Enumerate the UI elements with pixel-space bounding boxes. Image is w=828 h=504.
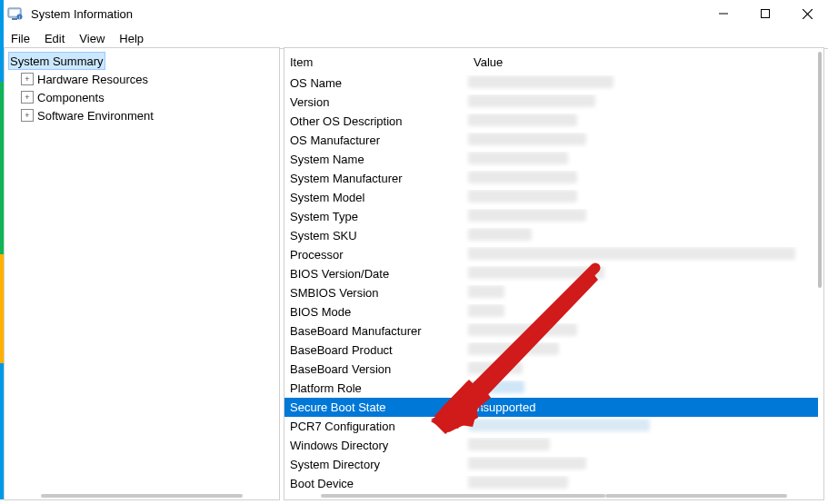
expand-icon[interactable]: +	[21, 73, 34, 85]
tree-node-software-environment[interactable]: +Software Environment	[8, 106, 275, 124]
list-row[interactable]: PCR7 Configuration	[284, 417, 818, 436]
redacted-value	[468, 152, 568, 164]
close-button[interactable]	[786, 0, 828, 27]
window-title: System Information	[31, 7, 133, 21]
list-row[interactable]: OS Manufacturer	[284, 131, 818, 150]
list-row[interactable]: System Type	[284, 207, 818, 226]
redacted-value	[468, 380, 524, 393]
list-row[interactable]: System Name	[284, 150, 818, 169]
app-icon: i	[7, 5, 24, 22]
redacted-value	[468, 419, 650, 431]
list-cell-item: System Type	[290, 210, 463, 223]
list-cell-value	[463, 476, 818, 491]
tree-node-label: Software Environment	[37, 109, 154, 123]
list-cell-value	[463, 457, 818, 472]
list-row[interactable]: BaseBoard Manufacturer	[284, 321, 818, 341]
tree-node-system-summary[interactable]: System Summary	[8, 52, 105, 70]
list-cell-item: BaseBoard Manufacturer	[290, 324, 463, 338]
list-row[interactable]: Processor	[284, 245, 818, 264]
list-cell-value	[463, 380, 818, 396]
redacted-value	[468, 228, 532, 241]
horizontal-scrollbar[interactable]	[321, 494, 605, 498]
expand-icon[interactable]: +	[21, 109, 34, 122]
column-header-item[interactable]: Item	[284, 55, 468, 69]
menu-item-edit[interactable]: Edit	[37, 30, 72, 47]
tree-node-label: System Summary	[10, 54, 104, 68]
list-cell-item: Version	[290, 95, 463, 109]
horizontal-scrollbar[interactable]	[41, 494, 243, 498]
list-cell-value	[463, 133, 818, 148]
menu-item-file[interactable]: File	[4, 30, 37, 47]
list-cell-item: Other OS Description	[290, 114, 463, 128]
navigation-tree-pane: System Summary+Hardware Resources+Compon…	[4, 47, 280, 500]
window-controls	[703, 0, 828, 27]
list-cell-item: BaseBoard Version	[290, 362, 463, 376]
list-cell-value	[463, 152, 818, 167]
list-body[interactable]: OS NameVersionOther OS DescriptionOS Man…	[284, 74, 818, 487]
list-cell-item: OS Manufacturer	[290, 133, 463, 147]
list-row[interactable]: BIOS Version/Date	[284, 264, 818, 283]
list-cell-item: PCR7 Configuration	[290, 420, 463, 433]
list-row[interactable]: System Model	[284, 188, 818, 207]
redacted-value	[468, 114, 577, 126]
list-cell-item: System Name	[290, 153, 463, 166]
redacted-value	[468, 438, 550, 450]
list-cell-value	[463, 285, 818, 301]
list-cell-value	[463, 419, 818, 434]
list-cell-value	[463, 361, 818, 377]
list-header[interactable]: Item Value	[284, 48, 818, 72]
redacted-value	[468, 285, 504, 298]
list-cell-value	[463, 266, 818, 282]
svg-text:i: i	[19, 15, 20, 20]
list-cell-item: BIOS Version/Date	[290, 267, 463, 281]
tree-node-hardware-resources[interactable]: +Hardware Resources	[8, 70, 275, 88]
column-header-value[interactable]: Value	[468, 55, 818, 69]
horizontal-scrollbar[interactable]	[605, 494, 787, 498]
menu-bar: FileEditViewHelp	[0, 28, 828, 49]
list-cell-item: OS Name	[290, 76, 463, 90]
list-cell-item: Processor	[290, 248, 463, 262]
list-row[interactable]: BaseBoard Product	[284, 341, 818, 360]
list-row[interactable]: Secure Boot StateUnsupported	[284, 398, 818, 417]
list-row[interactable]: OS Name	[284, 74, 818, 93]
redacted-value	[468, 342, 559, 355]
tree-node-components[interactable]: +Components	[8, 88, 275, 106]
list-cell-value	[463, 171, 818, 186]
list-row[interactable]: Boot Device	[284, 474, 818, 493]
list-row[interactable]: Windows Directory	[284, 436, 818, 455]
list-cell-item: Platform Role	[290, 381, 463, 395]
vertical-scrollbar[interactable]	[818, 52, 822, 288]
menu-item-view[interactable]: View	[72, 30, 112, 47]
menu-item-help[interactable]: Help	[112, 30, 151, 47]
maximize-button[interactable]	[744, 0, 786, 27]
svg-rect-6	[762, 10, 770, 18]
list-cell-value	[463, 75, 818, 91]
list-cell-value	[463, 438, 818, 453]
list-row[interactable]: Platform Role	[284, 379, 818, 398]
redacted-value	[468, 171, 577, 183]
tree-node-label: Components	[37, 91, 105, 104]
list-cell-item: Boot Device	[290, 477, 463, 490]
list-row[interactable]: System SKU	[284, 226, 818, 245]
list-cell-item: System Model	[290, 191, 463, 204]
list-cell-item: Windows Directory	[290, 439, 463, 452]
content-area: System Summary+Hardware Resources+Compon…	[4, 47, 824, 500]
redacted-value	[468, 94, 595, 107]
expand-icon[interactable]: +	[21, 91, 34, 104]
list-cell-item: BIOS Mode	[290, 305, 463, 319]
redacted-value	[468, 190, 577, 203]
list-row[interactable]: System Directory	[284, 455, 818, 474]
list-cell-value	[463, 209, 818, 224]
navigation-tree[interactable]: System Summary+Hardware Resources+Compon…	[5, 48, 279, 128]
list-row[interactable]: System Manufacturer	[284, 169, 818, 188]
list-row[interactable]: Other OS Description	[284, 112, 818, 131]
list-row[interactable]: SMBIOS Version	[284, 283, 818, 302]
redacted-value	[468, 209, 586, 222]
list-row[interactable]: Version	[284, 93, 818, 112]
list-row[interactable]: BIOS Mode	[284, 302, 818, 321]
redacted-value	[468, 133, 586, 145]
minimize-button[interactable]	[703, 0, 744, 27]
list-row[interactable]: BaseBoard Version	[284, 360, 818, 379]
list-cell-item: Secure Boot State	[290, 400, 463, 414]
list-cell-value	[463, 323, 818, 339]
